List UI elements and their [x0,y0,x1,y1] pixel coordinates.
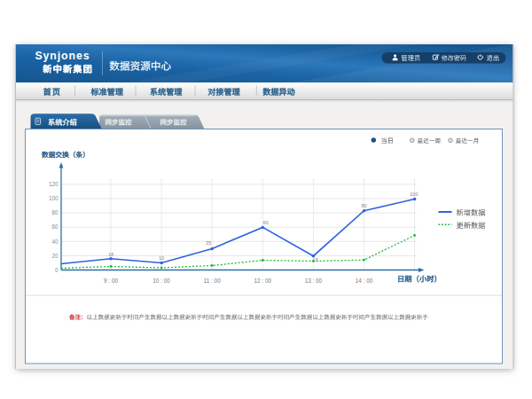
svg-text:10 : 00: 10 : 00 [153,278,170,284]
svg-text:18: 18 [108,252,113,257]
svg-text:120: 120 [49,181,59,187]
svg-text:12 : 00: 12 : 00 [254,278,272,284]
svg-text:9 : 00: 9 : 00 [104,278,118,284]
svg-text:35: 35 [206,240,211,246]
svg-text:11 : 00: 11 : 00 [204,278,222,284]
svg-text:13 : 00: 13 : 00 [305,278,323,284]
svg-text:40: 40 [51,239,59,245]
svg-text:60: 60 [262,220,268,225]
svg-text:80: 80 [51,209,59,215]
svg-text:10: 10 [159,255,164,261]
svg-text:0: 0 [55,267,59,273]
svg-text:60: 60 [51,223,59,230]
svg-text:80: 80 [361,203,366,208]
svg-text:100: 100 [49,195,59,201]
svg-text:Synjones: Synjones [35,50,90,62]
svg-text:15: 15 [313,257,318,262]
svg-text:20: 20 [51,253,59,259]
svg-text:100: 100 [410,192,418,197]
svg-text:14 : 00: 14 : 00 [356,278,373,284]
